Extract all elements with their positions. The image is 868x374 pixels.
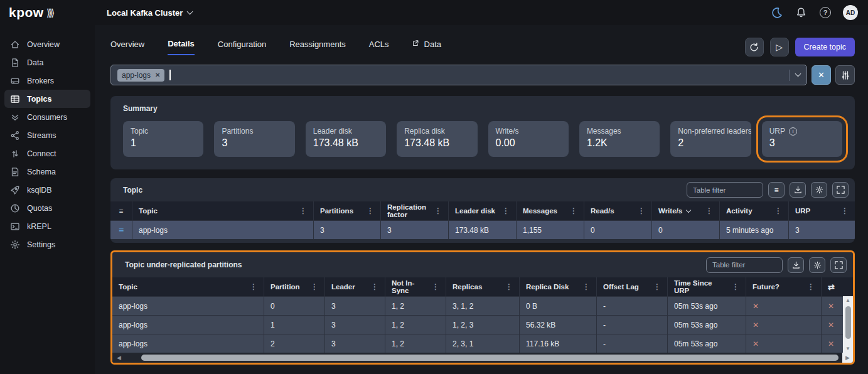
sidebar-item-settings[interactable]: Settings [4,235,90,254]
column-header-time-since-urp[interactable]: Time Since URP⋮ [667,277,746,296]
column-menu-icon[interactable]: ⋮ [307,282,318,291]
download-button[interactable] [788,257,804,273]
sidebar-item-consumers[interactable]: Consumers [4,108,90,126]
column-menu-icon[interactable]: ⋮ [579,282,590,291]
column-menu-icon[interactable]: ⋮ [837,206,849,215]
user-avatar[interactable]: AD [843,5,858,20]
horizontal-scrollbar[interactable]: ◀ ▶ [112,353,853,363]
vertical-scroll-thumb[interactable] [845,306,851,339]
table-row[interactable]: ≡app-logs33173.48 kB1,155005 minutes ago… [110,220,855,239]
column-menu-button[interactable]: ≡ [768,182,785,198]
column-header-not-in-sync[interactable]: Not In-Sync⋮ [385,277,446,296]
sidebar-item-data[interactable]: Data [4,53,90,72]
vertical-scrollbar[interactable]: ▲ ▼ [843,296,853,353]
table-row[interactable]: app-logs231, 22, 3, 1117.16 kB-05m 53s a… [112,334,853,353]
sidebar-item-streams[interactable]: Streams [4,126,90,144]
column-menu-icon[interactable]: ⋮ [367,282,378,291]
column-menu-icon[interactable]: ⋮ [634,206,645,215]
horizontal-scroll-thumb[interactable] [141,355,839,361]
column-menu-icon[interactable]: ⋮ [566,206,577,215]
column-header-future-[interactable]: Future?⋮ [746,277,821,296]
column-header-replica-disk[interactable]: Replica Disk⋮ [519,277,596,296]
sidebar-item-brokers[interactable]: Brokers [4,72,90,90]
column-header-reassign[interactable]: ⇄ [821,277,853,296]
table-row[interactable]: app-logs031, 23, 1, 20 B-05m 53s ago✕✕ [112,296,853,315]
tab-label: Configuration [218,40,266,49]
column-menu-icon[interactable]: ⋮ [431,206,442,215]
tab-details[interactable]: Details [168,39,195,55]
clear-search-button[interactable]: ✕ [812,65,831,85]
table-filter-input[interactable] [687,182,763,198]
column-header-partition[interactable]: Partition⋮ [264,277,324,296]
column-header-topic[interactable]: Topic⋮ [132,201,313,220]
column-menu-icon[interactable]: ⋮ [702,206,713,215]
table-settings-gear-icon[interactable] [811,182,827,198]
scroll-down-icon[interactable]: ▼ [845,345,850,353]
column-header-activity[interactable]: Activity⋮ [719,201,788,220]
fullscreen-button[interactable] [832,182,849,198]
sidebar-item-topics[interactable]: Topics [4,90,90,108]
tab-configuration[interactable]: Configuration [218,39,266,55]
search-dropdown-toggle[interactable] [789,70,800,81]
column-menu-icon[interactable]: ⋮ [771,206,782,215]
table-cell-replica-disk: 117.16 kB [519,334,596,353]
tab-overview[interactable]: Overview [110,39,144,55]
column-menu-icon[interactable]: ⋮ [363,206,374,215]
column-header-replicas[interactable]: Replicas⋮ [446,277,519,296]
sidebar-item-quotas[interactable]: Quotas [4,199,90,217]
column-header-read-s[interactable]: Read/s⋮ [584,201,651,220]
column-menu-icon[interactable]: ⋮ [803,282,815,291]
cluster-selector[interactable]: Local Kafka Cluster [107,8,192,18]
notifications-bell-icon[interactable] [794,6,808,19]
create-topic-button[interactable]: Create topic [795,38,855,56]
table-filter-input[interactable] [706,257,783,273]
scroll-right-icon[interactable]: ▶ [842,353,853,363]
column-menu-icon[interactable]: ⋮ [296,206,307,215]
tab-acls[interactable]: ACLs [369,39,389,55]
column-header-offset-lag[interactable]: Offset Lag⋮ [596,277,667,296]
column-header-leader-disk[interactable]: Leader disk⋮ [448,201,516,220]
column-header-write-s[interactable]: Write/s⋮ [651,201,719,220]
help-icon[interactable]: ? [818,6,832,19]
chip-remove-icon[interactable]: ✕ [155,72,160,78]
sidebar-item-schema[interactable]: Schema [4,163,90,181]
sidebar-item-connect[interactable]: Connect [4,144,90,163]
search-filters-button[interactable] [835,65,855,85]
sidebar-item-ksqldb[interactable]: ksqlDB [4,181,90,199]
column-menu-icon[interactable]: ⋮ [728,282,739,291]
row-drag-handle-icon[interactable]: ≡ [110,221,132,239]
table-cell-activity: 5 minutes ago [719,221,788,239]
column-menu-icon[interactable]: ⋮ [498,206,510,215]
table-settings-gear-icon[interactable] [809,257,825,273]
table-row[interactable]: app-logs131, 21, 2, 356.32 kB-05m 53s ag… [112,315,853,334]
download-button[interactable] [790,182,806,198]
info-icon[interactable]: i [789,127,797,136]
column-header-topic[interactable]: Topic⋮ [112,277,264,296]
main-content: OverviewDetailsConfigurationReassignment… [95,25,868,374]
urp-table-title: Topic under-replicated partitions [125,260,242,269]
column-menu-icon[interactable]: ⋮ [428,282,439,291]
column-menu-icon[interactable]: ⋮ [501,282,513,291]
dark-mode-moon-icon[interactable] [769,6,783,19]
scroll-up-icon[interactable]: ▲ [845,296,850,304]
column-menu-icon[interactable]: ⋮ [650,282,661,291]
refresh-button[interactable] [745,38,764,56]
column-header-urp[interactable]: URP⋮ [788,201,855,220]
column-menu-icon[interactable]: ⋮ [246,282,257,291]
column-header-messages[interactable]: Messages⋮ [516,201,584,220]
column-header-replication-factor[interactable]: Replication factor⋮ [380,201,448,220]
scroll-left-icon[interactable]: ◀ [112,355,124,361]
table-cell-offset-lag: - [596,316,667,334]
column-header-leader[interactable]: Leader⋮ [324,277,385,296]
sort-desc-icon [686,207,691,212]
tab-data[interactable]: Data [412,39,441,55]
tab-reassignments[interactable]: Reassignments [289,39,346,55]
topic-search-input[interactable]: app-logs ✕ [110,65,807,85]
column-header-partitions[interactable]: Partitions⋮ [313,201,380,220]
sidebar-item-overview[interactable]: Overview [4,35,90,53]
summary-card-label-text: URP [769,127,785,136]
sidebar-item-krepl[interactable]: kREPL [4,217,90,235]
play-button[interactable]: ▷ [770,38,789,56]
summary-card-label: Leader disk [313,127,378,136]
fullscreen-button[interactable] [830,257,847,273]
